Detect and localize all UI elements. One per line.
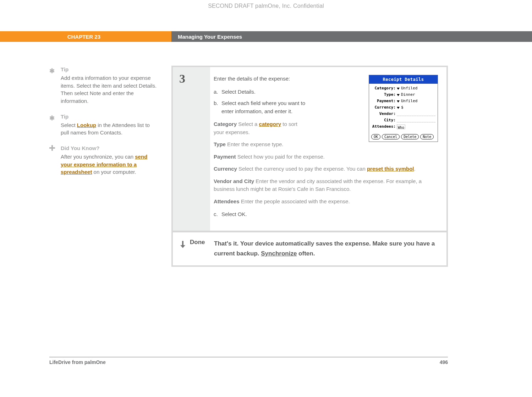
device-row-type: Type: Dinner — [371, 92, 435, 98]
sub-item-a: a. Select Details. — [214, 88, 306, 96]
device-value[interactable]: $ — [401, 105, 435, 111]
synchronize-link[interactable]: Synchronize — [261, 250, 297, 257]
sub-letter: c. — [214, 210, 221, 219]
content-area: ✱ Tip Add extra information to your expe… — [49, 66, 448, 267]
tip-title: Tip — [61, 113, 157, 121]
sub-text: Select each field where you want to ente… — [221, 99, 306, 115]
dropdown-icon[interactable] — [397, 94, 400, 96]
field-desc: Select how you paid for the expense. — [236, 154, 325, 160]
sub-list-c: c. Select OK. — [214, 210, 438, 219]
field-label: Category — [214, 121, 237, 127]
done-box: Done That's it. Your device automaticall… — [173, 232, 446, 266]
footer-page-number: 496 — [440, 359, 448, 365]
sidebar: ✱ Tip Add extra information to your expe… — [49, 66, 171, 267]
device-row-category: Category: Unfiled — [371, 86, 435, 91]
device-row-currency: Currency: $ — [371, 105, 435, 110]
preset-symbol-link[interactable]: preset this symbol — [367, 166, 414, 172]
did-you-know-block: Did You Know? After you synchronize, you… — [49, 144, 157, 176]
field-category: Category Select a category to sort your … — [214, 120, 306, 136]
sub-item-b: b. Select each field where you want to e… — [214, 99, 306, 115]
field-currency: Currency Select the currency used to pay… — [214, 165, 438, 173]
field-label: Currency — [214, 166, 237, 172]
field-label: Vendor and City — [214, 178, 254, 184]
step-number: 3 — [173, 67, 210, 231]
tip-body: Select Lookup in the Attendees list to p… — [61, 121, 157, 137]
device-input-line[interactable] — [397, 119, 435, 122]
sub-letter: b. — [214, 99, 221, 115]
done-label: Done — [190, 239, 212, 246]
device-label: Type: — [371, 92, 397, 98]
device-row-attendees: Attendees: Who — [371, 124, 435, 129]
dropdown-icon[interactable] — [397, 100, 400, 103]
device-label: City: — [371, 117, 397, 123]
page-footer: LifeDrive from palmOne 496 — [49, 357, 448, 365]
done-text-pre: That's it. Your device automatically sav… — [214, 240, 435, 257]
tip-title: Tip — [61, 66, 157, 73]
sub-letter: a. — [214, 88, 221, 96]
device-ok-button[interactable]: OK — [371, 134, 380, 139]
field-vendor: Vendor and City Enter the vendor and cit… — [214, 177, 438, 193]
device-body: Category: Unfiled Type: Dinner Payment: — [369, 84, 438, 133]
done-text: That's it. Your device automatically sav… — [212, 239, 438, 259]
chapter-title: Managing Your Expenses — [171, 31, 532, 42]
device-value[interactable]: Unfiled — [401, 86, 435, 92]
dyk-title: Did You Know? — [61, 144, 157, 152]
step-box: 3 Enter the details of the expense: a. S… — [173, 67, 446, 231]
device-note-button[interactable]: Note — [420, 134, 434, 139]
device-label: Currency: — [371, 105, 397, 111]
device-value[interactable]: Dinner — [401, 92, 435, 98]
field-desc: Enter the people associated with the exp… — [240, 198, 350, 204]
field-desc: Select the currency used to pay the expe… — [237, 166, 367, 172]
step-body: Enter the details of the expense: a. Sel… — [210, 67, 446, 231]
dropdown-icon[interactable] — [397, 107, 400, 109]
tip-body: Add extra information to your expense it… — [61, 74, 157, 105]
main-panel: 3 Enter the details of the expense: a. S… — [171, 66, 448, 267]
field-payment: Payment Select how you paid for the expe… — [214, 153, 438, 161]
dyk-text: After you synchronize, you can — [61, 154, 135, 160]
field-desc: . — [414, 166, 416, 172]
sub-item-c: c. Select OK. — [214, 210, 438, 219]
device-value[interactable]: Unfiled — [401, 98, 435, 104]
field-label: Attendees — [214, 198, 240, 204]
tip-block-1: ✱ Tip Add extra information to your expe… — [49, 66, 157, 105]
asterisk-icon: ✱ — [49, 66, 55, 76]
done-text-post: often. — [297, 250, 315, 257]
confidential-header: SECOND DRAFT palmOne, Inc. Confidential — [0, 3, 532, 9]
dyk-text: on your computer. — [92, 169, 136, 175]
footer-product: LifeDrive from palmOne — [49, 359, 106, 365]
down-arrow-icon — [179, 240, 186, 249]
tip-text: Select — [61, 122, 77, 128]
tip-block-2: ✱ Tip Select Lookup in the Attendees lis… — [49, 113, 157, 137]
lookup-link[interactable]: Lookup — [77, 122, 96, 128]
device-label: Category: — [371, 86, 397, 92]
attendees-who-button[interactable]: Who — [397, 125, 405, 129]
device-row-city: City: — [371, 118, 435, 123]
device-input-line[interactable] — [397, 112, 435, 116]
device-label: Vendor: — [371, 111, 397, 117]
step-intro: Enter the details of the expense: — [214, 75, 306, 83]
sub-text: Select Details. — [221, 88, 306, 96]
device-buttons: OK Cancel Delete Note — [369, 133, 438, 142]
device-delete-button[interactable]: Delete — [401, 134, 419, 139]
chapter-label: CHAPTER 23 — [0, 31, 171, 42]
device-cancel-button[interactable]: Cancel — [382, 134, 400, 139]
device-row-vendor: Vendor: — [371, 111, 435, 117]
dropdown-icon[interactable] — [397, 88, 400, 90]
field-attendees: Attendees Enter the people associated wi… — [214, 198, 438, 206]
field-label: Type — [214, 141, 226, 147]
device-label: Payment: — [371, 98, 397, 104]
device-title: Receipt Details — [369, 75, 438, 84]
field-label: Payment — [214, 154, 236, 160]
sub-list: a. Select Details. b. Select each field … — [214, 88, 306, 116]
field-desc: Select a — [237, 121, 259, 127]
dyk-body: After you synchronize, you can send your… — [61, 153, 157, 176]
plus-icon — [49, 145, 55, 151]
asterisk-icon: ✱ — [49, 114, 55, 123]
device-screenshot: Receipt Details Category: Unfiled Type: … — [369, 75, 438, 142]
device-label: Attendees: — [371, 124, 397, 130]
sub-text: Select OK. — [221, 210, 438, 219]
chapter-header: CHAPTER 23 Managing Your Expenses — [0, 31, 532, 42]
device-row-payment: Payment: Unfiled — [371, 99, 435, 104]
category-link[interactable]: category — [259, 121, 281, 127]
field-desc: Enter the expense type. — [226, 141, 284, 147]
